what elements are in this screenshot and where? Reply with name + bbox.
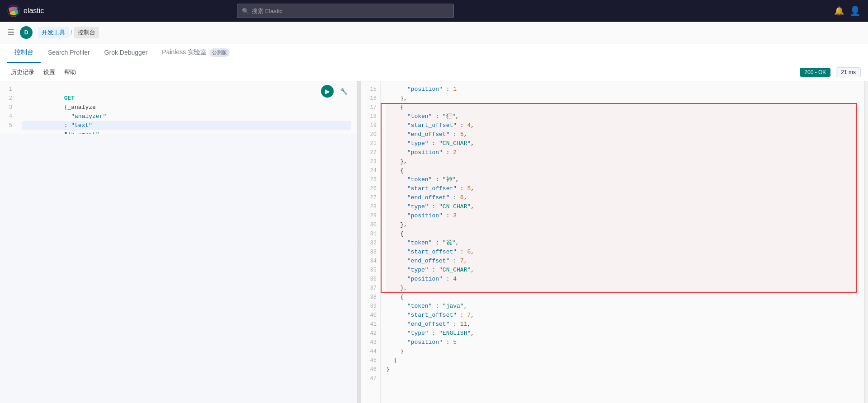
response-line-number-15: 15 bbox=[361, 85, 380, 94]
line-number-4: 4 bbox=[0, 112, 16, 121]
response-code-line-25: "token" : "神", bbox=[386, 175, 859, 184]
response-code-line-43: "position" : 5 bbox=[386, 338, 859, 347]
history-button[interactable]: 历史记录 bbox=[7, 66, 38, 78]
tab-search-profiler[interactable]: Search Profiler bbox=[41, 43, 97, 63]
tab-grok-debugger-label: Grok Debugger bbox=[104, 49, 148, 56]
response-line-number-38: 38 bbox=[361, 293, 380, 302]
open-brace: { bbox=[64, 104, 68, 111]
main-editor-area: 1 2 3 4 5 GET _analyze { "analyzer" bbox=[0, 81, 868, 403]
close-brace: } bbox=[64, 131, 68, 134]
code-editor[interactable]: 1 2 3 4 5 GET _analyze { "analyzer" bbox=[0, 81, 357, 134]
response-line-number-22: 22 bbox=[361, 148, 380, 157]
breadcrumb-console: 控制台 bbox=[74, 27, 99, 38]
response-line-number-19: 19 bbox=[361, 121, 380, 130]
response-code-line-29: "position" : 3 bbox=[386, 211, 859, 220]
response-code-line-18: "token" : "狂", bbox=[386, 112, 859, 121]
tab-painless-lab[interactable]: Painless 实验室 公测版 bbox=[155, 43, 237, 63]
nav-icon-group: 🔔 👤 bbox=[834, 5, 861, 16]
response-line-number-28: 28 bbox=[361, 202, 380, 211]
line-number-5: 5 bbox=[0, 121, 16, 130]
response-code-line-31: { bbox=[386, 230, 859, 239]
response-line-number-45: 45 bbox=[361, 356, 380, 365]
elastic-logo[interactable]: elastic bbox=[7, 5, 44, 17]
elastic-logo-text: elastic bbox=[24, 7, 44, 15]
response-code-line-17: { bbox=[386, 103, 859, 112]
breadcrumb-separator-1 bbox=[34, 29, 36, 36]
code-line-1: GET _analyze bbox=[22, 85, 351, 94]
response-code-line-32: "token" : "说", bbox=[386, 239, 859, 248]
response-line-number-36: 36 bbox=[361, 275, 380, 284]
response-line-number-44: 44 bbox=[361, 347, 380, 356]
elastic-logo-svg bbox=[7, 5, 20, 17]
line-number-2: 2 bbox=[0, 94, 16, 103]
status-badge: 200 - OK bbox=[800, 68, 830, 77]
response-code-line-30: }, bbox=[386, 220, 859, 230]
hamburger-menu[interactable]: ☰ bbox=[7, 28, 14, 37]
breadcrumb-separator-2: / bbox=[71, 29, 72, 36]
settings-button[interactable]: 设置 bbox=[40, 66, 59, 78]
tab-grok-debugger[interactable]: Grok Debugger bbox=[97, 43, 155, 63]
user-avatar-breadcrumb: D bbox=[20, 26, 33, 39]
response-line-number-40: 40 bbox=[361, 311, 380, 320]
search-icon: 🔍 bbox=[242, 8, 249, 14]
user-avatar-icon[interactable]: 👤 bbox=[849, 5, 861, 16]
response-code-line-24: { bbox=[386, 166, 859, 175]
response-line-number-43: 43 bbox=[361, 338, 380, 347]
response-line-number-17: 17 bbox=[361, 103, 380, 112]
response-code-line-46: } bbox=[386, 365, 859, 374]
editor-line-numbers: 1 2 3 4 5 bbox=[0, 81, 16, 134]
help-button[interactable]: 帮助 bbox=[61, 66, 80, 78]
run-button[interactable]: ▶ bbox=[321, 85, 334, 98]
response-code-line-44: } bbox=[386, 347, 859, 356]
key-text: "text" bbox=[64, 122, 92, 129]
panel-divider[interactable]: ⋮ bbox=[357, 81, 361, 403]
response-code-line-21: "type" : "CN_CHAR", bbox=[386, 139, 859, 148]
http-method: GET bbox=[64, 95, 75, 102]
response-line-number-26: 26 bbox=[361, 184, 380, 193]
response-line-number-46: 46 bbox=[361, 365, 380, 374]
response-code-line-33: "start_offset" : 6, bbox=[386, 248, 859, 257]
tab-console[interactable]: 控制台 bbox=[7, 43, 41, 63]
key-analyzer: "analyzer" bbox=[64, 113, 107, 120]
scrollbar[interactable] bbox=[864, 81, 868, 403]
response-code-line-36: "position" : 4 bbox=[386, 275, 859, 284]
response-line-number-33: 33 bbox=[361, 248, 380, 257]
tab-console-label: 控制台 bbox=[14, 48, 33, 56]
global-search-input[interactable] bbox=[252, 8, 449, 14]
tab-painless-lab-label: Painless 实验室 bbox=[162, 48, 207, 56]
editor-toolbar: 历史记录 设置 帮助 200 - OK 21 ms bbox=[0, 63, 868, 81]
notifications-icon[interactable]: 🔔 bbox=[834, 6, 844, 16]
response-code-line-23: }, bbox=[386, 157, 859, 166]
response-line-number-37: 37 bbox=[361, 284, 380, 293]
response-code-line-20: "end_offset" : 5, bbox=[386, 130, 859, 139]
response-code-line-16: }, bbox=[386, 94, 859, 103]
response-line-number-41: 41 bbox=[361, 320, 380, 329]
response-code-line-37: }, bbox=[386, 284, 859, 293]
painless-lab-badge: 公测版 bbox=[209, 48, 230, 57]
response-line-number-18: 18 bbox=[361, 112, 380, 121]
line-number-3: 3 bbox=[0, 103, 16, 112]
response-code-line-27: "end_offset" : 6, bbox=[386, 193, 859, 202]
editor-code-content[interactable]: GET _analyze { "analyzer" : "ik_smart" ,… bbox=[16, 81, 357, 134]
top-navigation: elastic 🔍 🔔 👤 bbox=[0, 0, 868, 22]
svg-point-4 bbox=[9, 8, 12, 11]
response-code-line-26: "start_offset" : 5, bbox=[386, 184, 859, 193]
tools-button[interactable]: 🔧 bbox=[337, 85, 350, 98]
response-line-number-21: 21 bbox=[361, 139, 380, 148]
response-code-line-34: "end_offset" : 7, bbox=[386, 257, 859, 266]
response-code-line-35: "type" : "CN_CHAR", bbox=[386, 266, 859, 275]
response-code-line-42: "type" : "ENGLISH", bbox=[386, 329, 859, 338]
response-line-number-35: 35 bbox=[361, 266, 380, 275]
response-code-line-45: ] bbox=[386, 356, 859, 365]
api-path: _analyze bbox=[64, 104, 96, 111]
line-number-1: 1 bbox=[0, 85, 16, 94]
breadcrumb-bar: ☰ D 开发工具 / 控制台 bbox=[0, 22, 868, 43]
response-line-number-47: 47 bbox=[361, 374, 380, 383]
breadcrumb-devtools[interactable]: 开发工具 bbox=[38, 27, 69, 38]
response-line-number-34: 34 bbox=[361, 257, 380, 266]
response-line-number-20: 20 bbox=[361, 130, 380, 139]
response-code-line-40: "start_offset" : 7, bbox=[386, 311, 859, 320]
request-editor-panel[interactable]: 1 2 3 4 5 GET _analyze { "analyzer" bbox=[0, 81, 357, 134]
global-search-bar[interactable]: 🔍 bbox=[237, 4, 454, 18]
response-line-number-29: 29 bbox=[361, 211, 380, 220]
